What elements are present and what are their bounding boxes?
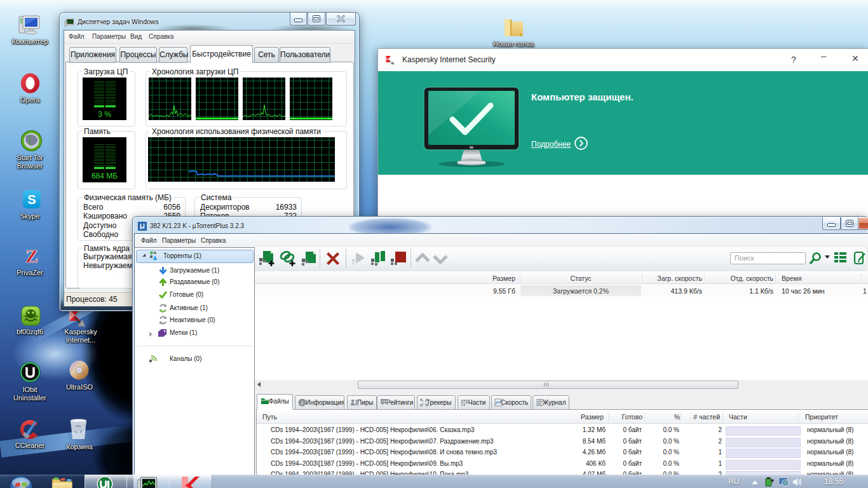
svg-text:S: S (27, 193, 36, 207)
svg-text:Z: Z (25, 245, 38, 266)
